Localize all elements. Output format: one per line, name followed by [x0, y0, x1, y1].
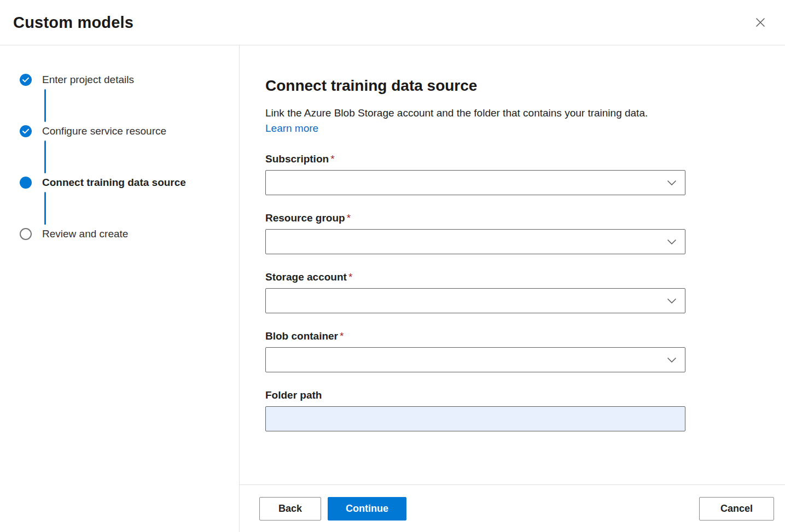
- stepper-sidebar: Enter project details Configure service …: [0, 45, 240, 532]
- blob-container-dropdown[interactable]: [265, 347, 685, 372]
- storage-account-field: Storage account*: [265, 271, 685, 313]
- cancel-button[interactable]: Cancel: [699, 497, 774, 521]
- dialog-title: Custom models: [13, 14, 133, 32]
- step-connector: [44, 192, 46, 225]
- continue-button[interactable]: Continue: [328, 497, 406, 521]
- required-asterisk: *: [340, 330, 344, 342]
- step-complete-icon: [20, 125, 32, 137]
- step-connect-training-data-source[interactable]: Connect training data source: [20, 177, 239, 189]
- storage-account-label: Storage account*: [265, 271, 685, 283]
- main-column: Connect training data source Link the Az…: [240, 45, 785, 532]
- required-asterisk: *: [348, 271, 352, 283]
- subscription-dropdown[interactable]: [265, 170, 685, 195]
- step-review-and-create[interactable]: Review and create: [20, 228, 239, 240]
- chevron-down-icon: [667, 299, 676, 303]
- step-enter-project-details[interactable]: Enter project details: [20, 74, 239, 86]
- step-connector: [44, 141, 46, 173]
- chevron-down-icon: [667, 239, 676, 244]
- page-description: Link the Azure Blob Storage account and …: [265, 106, 673, 136]
- step-configure-service-resource[interactable]: Configure service resource: [20, 125, 239, 137]
- resource-group-dropdown[interactable]: [265, 229, 685, 254]
- learn-more-link[interactable]: Learn more: [265, 122, 318, 134]
- folder-path-field: Folder path: [265, 389, 685, 431]
- required-asterisk: *: [330, 153, 334, 165]
- step-upcoming-icon: [20, 228, 32, 240]
- dialog-footer: Back Continue Cancel: [240, 484, 785, 532]
- page-title: Connect training data source: [265, 77, 759, 95]
- step-label: Enter project details: [42, 74, 134, 86]
- step-label: Configure service resource: [42, 125, 166, 137]
- close-icon: [755, 17, 765, 27]
- checkmark-icon: [22, 128, 29, 134]
- step-complete-icon: [20, 74, 32, 86]
- chevron-down-icon: [667, 358, 676, 363]
- checkmark-icon: [22, 77, 29, 83]
- dialog-body: Enter project details Configure service …: [0, 45, 785, 532]
- subscription-label: Subscription*: [265, 153, 685, 165]
- main-content: Connect training data source Link the Az…: [240, 45, 785, 484]
- blob-container-field: Blob container*: [265, 330, 685, 372]
- resource-group-label: Resource group*: [265, 212, 685, 224]
- chevron-down-icon: [667, 180, 676, 185]
- back-button[interactable]: Back: [259, 497, 321, 521]
- step-connector: [44, 89, 46, 122]
- storage-account-dropdown[interactable]: [265, 288, 685, 313]
- blob-container-label: Blob container*: [265, 330, 685, 342]
- dialog-header: Custom models: [0, 0, 785, 45]
- description-text: Link the Azure Blob Storage account and …: [265, 107, 648, 119]
- step-label: Connect training data source: [42, 177, 186, 189]
- step-label: Review and create: [42, 228, 128, 240]
- resource-group-field: Resource group*: [265, 212, 685, 254]
- custom-models-dialog: Custom models Enter project details: [0, 0, 785, 532]
- folder-path-input[interactable]: [265, 406, 685, 431]
- subscription-field: Subscription*: [265, 153, 685, 195]
- folder-path-label: Folder path: [265, 389, 685, 401]
- step-current-icon: [20, 177, 32, 189]
- close-button[interactable]: [752, 14, 769, 31]
- required-asterisk: *: [347, 212, 351, 224]
